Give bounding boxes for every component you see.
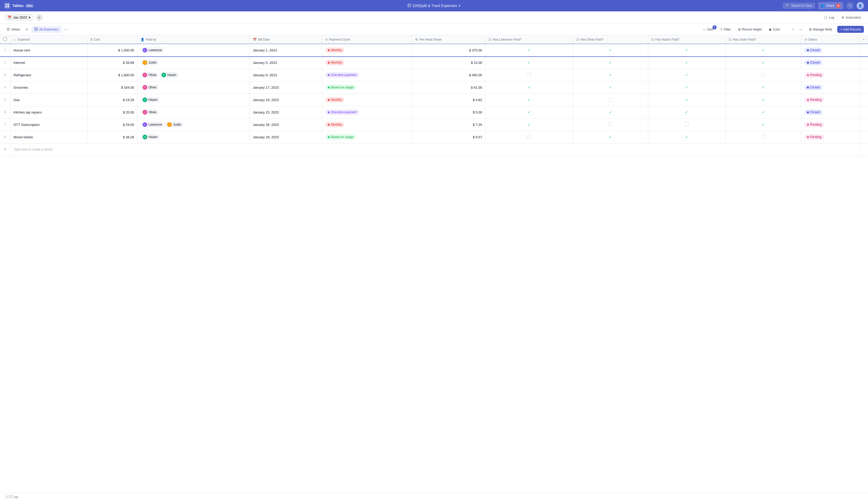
hazen-paid-cell-3[interactable]: ✓ <box>648 69 725 81</box>
date-filter[interactable]: 📅 Jan 2023 ▾ <box>4 14 34 21</box>
add-col-header[interactable]: + <box>859 35 868 44</box>
has-justin-paid-header[interactable]: ☑ Has Justin Paid? <box>726 35 801 44</box>
table-body: 1 House rent ⤡ $ 1,500.00 L Lawrence Jan… <box>0 44 868 156</box>
hazen-paid-cell-4[interactable]: ✓ <box>648 81 725 94</box>
grid-icon <box>34 28 38 32</box>
expense-cell-5[interactable]: Gas ⤡ <box>10 94 87 106</box>
has-hazen-paid-header[interactable]: ☑ Has Hazen Paid? <box>648 35 725 44</box>
row-number-1: 1 <box>0 44 10 56</box>
hazen-paid-cell-5[interactable]: ✓ <box>648 94 725 106</box>
olivia-paid-cell-7[interactable] <box>573 118 648 131</box>
table-row: 4 Groceries ⤡ $ 164.00 O Olivia January … <box>0 81 868 94</box>
sort-button[interactable]: ↑↓ Sort 1 <box>700 26 716 33</box>
lawrence-paid-cell-2[interactable]: ✓ <box>485 56 573 69</box>
expense-cell-7[interactable]: OTT Subscription ⤡ <box>10 118 87 131</box>
justin-paid-cell-6[interactable]: ✓ <box>726 106 801 118</box>
olivia-paid-cell-3[interactable]: ✓ <box>573 69 648 81</box>
select-all-checkbox[interactable] <box>3 37 7 41</box>
expense-cell-2[interactable]: Internet ⤡ <box>10 56 87 69</box>
cost-cell-2: $ 39.99 <box>87 56 137 69</box>
record-height-button[interactable]: ⊞ Record Height <box>735 26 765 33</box>
has-olivia-paid-header[interactable]: ☑ Has Olivia Paid? <box>573 35 648 44</box>
justin-paid-cell-8[interactable] <box>726 131 801 143</box>
lawrence-paid-cell-6[interactable]: ✓ <box>485 106 573 118</box>
tab-more-button[interactable]: ⋯ <box>63 26 69 33</box>
redo-button[interactable]: ↪ <box>797 26 804 33</box>
expense-cell-6[interactable]: Kitchen tap repairs ⤡ <box>10 106 87 118</box>
per-head-share-header[interactable]: ⚙ Per Head Share <box>412 35 485 44</box>
hazen-paid-cell-1[interactable]: ✓ <box>648 44 725 56</box>
lawrence-paid-cell-4[interactable]: ✓ <box>485 81 573 94</box>
hazen-check-icon: ☑ <box>651 38 654 41</box>
expense-cell-8[interactable]: Movie tickets ⤡ <box>10 131 87 143</box>
bill-date-cell-2: January 5, 2023 <box>250 56 322 69</box>
olivia-paid-cell-1[interactable]: ✓ <box>573 44 648 56</box>
add-view-plus-button[interactable]: + <box>23 26 30 33</box>
justin-paid-cell-1[interactable]: ✓ <box>726 44 801 56</box>
hazen-paid-cell-7[interactable] <box>648 118 725 131</box>
paid-by-cell-4: O Olivia <box>138 81 250 94</box>
row-num-7: 7 <box>4 123 6 126</box>
automation-button[interactable]: ⚙ Automation <box>839 14 864 21</box>
expense-header[interactable]: ↑↓ Expense <box>10 35 87 44</box>
add-view-button[interactable]: + <box>36 14 43 21</box>
justin-paid-cell-2[interactable]: ✓ <box>726 56 801 69</box>
status-header[interactable]: ⊙ Status <box>801 35 859 44</box>
expense-cell-3[interactable]: Refrigerator ⤡ <box>10 69 87 81</box>
justin-paid-cell-7[interactable]: ✓ <box>726 118 801 131</box>
justin-paid-cell-3[interactable] <box>726 69 801 81</box>
views-icon: ☰ <box>7 28 10 31</box>
view-title-container: [SR]Split & Track Expenses ▾ <box>408 4 460 8</box>
search-in-view[interactable]: 🔍 Search in View <box>783 3 815 9</box>
select-all-header[interactable] <box>0 35 10 44</box>
log-button[interactable]: 🕐 Log <box>821 14 837 21</box>
filter-button[interactable]: ▽ Filter <box>718 26 733 33</box>
all-expenses-tab[interactable]: All Expenses <box>31 26 62 33</box>
has-lawrence-paid-header[interactable]: ☑ Has Lawrence Paid? <box>485 35 573 44</box>
hazen-paid-cell-8[interactable]: ✓ <box>648 131 725 143</box>
row-number-8: 8 <box>0 131 10 143</box>
svg-rect-9 <box>36 28 38 29</box>
undo-button[interactable]: ↩ <box>789 26 796 33</box>
hazen-paid-cell-2[interactable]: ✓ <box>648 56 725 69</box>
lawrence-paid-cell-7[interactable]: ✓ <box>485 118 573 131</box>
olivia-paid-cell-5[interactable] <box>573 94 648 106</box>
justin-paid-cell-4[interactable]: ✓ <box>726 81 801 94</box>
help-button[interactable]: ? <box>846 2 854 9</box>
nav-right: 🔍 Search in View 👥 Share 4 ? 👤 <box>783 2 864 9</box>
olivia-paid-cell-4[interactable]: ✓ <box>573 81 648 94</box>
share-label: Share <box>826 4 834 8</box>
add-record-button[interactable]: + Add Record <box>837 26 864 33</box>
olivia-header-label: Has Olivia Paid? <box>581 38 603 41</box>
status-cell-8: Pending <box>801 131 859 143</box>
bill-date-header[interactable]: 📅 Bill Date <box>250 35 322 44</box>
lawrence-paid-cell-8[interactable] <box>485 131 573 143</box>
lawrence-paid-cell-3[interactable] <box>485 69 573 81</box>
new-record-prompt[interactable]: Type here to create a record <box>10 143 859 156</box>
per-head-icon: ⚙ <box>415 38 418 41</box>
views-button[interactable]: ☰ Views <box>4 26 22 33</box>
payment-cycle-header[interactable]: ⊙ Payment Cycle <box>322 35 412 44</box>
dropdown-icon[interactable]: ▾ <box>459 4 460 8</box>
color-button[interactable]: ◉ Color <box>766 26 783 33</box>
justin-paid-cell-5[interactable]: ✓ <box>726 94 801 106</box>
expense-cell-1[interactable]: House rent ⤡ <box>10 44 87 56</box>
share-button[interactable]: 👥 Share 4 <box>818 2 843 9</box>
expense-name-4: Groceries <box>14 86 28 89</box>
olivia-paid-cell-6[interactable]: ✓ <box>573 106 648 118</box>
svg-rect-0 <box>6 4 7 6</box>
olivia-paid-cell-2[interactable]: ✓ <box>573 56 648 69</box>
olivia-paid-cell-8[interactable]: ✓ <box>573 131 648 143</box>
lawrence-paid-cell-1[interactable]: ✓ <box>485 44 573 56</box>
row-num-3: 3 <box>4 73 6 77</box>
justin-header-label: Has Justin Paid? <box>733 38 756 41</box>
lawrence-paid-cell-5[interactable]: ✓ <box>485 94 573 106</box>
new-record-row[interactable]: 9 Type here to create a record <box>0 143 868 156</box>
cost-header[interactable]: $ Cost <box>87 35 137 44</box>
user-avatar[interactable]: 👤 <box>857 2 864 9</box>
paid-by-header[interactable]: 👤 Paid by <box>138 35 250 44</box>
manage-fields-button[interactable]: ⊞ Manage fields <box>806 26 835 33</box>
expense-cell-4[interactable]: Groceries ⤡ <box>10 81 87 94</box>
hazen-paid-cell-6[interactable]: ✓ <box>648 106 725 118</box>
bill-date-cell-8: January 29, 2023 <box>250 131 322 143</box>
